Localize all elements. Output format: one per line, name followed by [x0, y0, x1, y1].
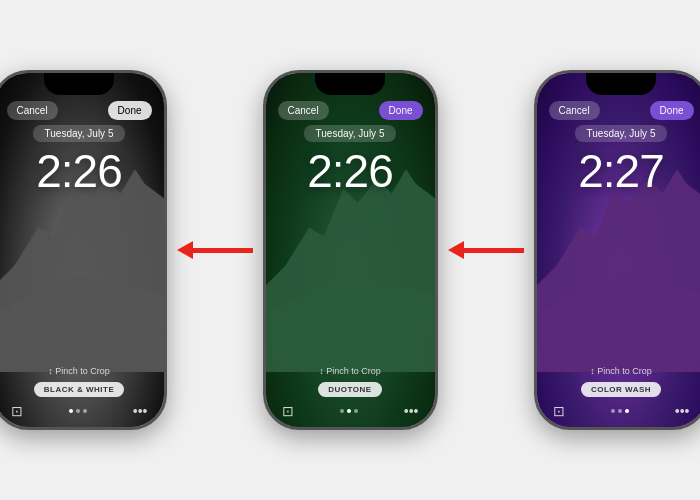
date-label-1: Tuesday, July 5	[33, 125, 126, 142]
more-icon-3[interactable]: •••	[675, 403, 690, 419]
phone-2: Cancel Done Tuesday, July 5 2:26	[263, 70, 438, 430]
dot-8	[618, 409, 622, 413]
notch-3	[586, 73, 656, 95]
phone-wrapper-3: Cancel Done Tuesday, July 5 2:27	[534, 70, 701, 430]
done-button-3[interactable]: Done	[650, 101, 694, 120]
lock-content-3: Tuesday, July 5 2:27	[537, 123, 701, 197]
pinch-label-2: ↕ Pinch to Crop	[319, 366, 381, 376]
more-icon-2[interactable]: •••	[404, 403, 419, 419]
filter-badge-3: COLOR WASH	[581, 382, 661, 397]
phone-3: Cancel Done Tuesday, July 5 2:27	[534, 70, 701, 430]
notch-1	[44, 73, 114, 95]
bottom-area-3: ↕ Pinch to Crop COLOR WASH ⊡ •••	[537, 358, 701, 427]
pagination-dots-3	[611, 409, 629, 413]
arrow-line-1	[193, 248, 253, 253]
bottom-area-1: ↕ Pinch to Crop BLACK & WHITE ⊡ •••	[0, 358, 164, 427]
date-label-3: Tuesday, July 5	[575, 125, 668, 142]
bottom-area-2: ↕ Pinch to Crop DUOTONE ⊡ •••	[266, 358, 435, 427]
phone-1: Cancel Done Tuesday, July 5 2:26	[0, 70, 167, 430]
red-arrow-1	[177, 241, 253, 259]
cancel-button-2[interactable]: Cancel	[278, 101, 329, 120]
phone-screen-3: Cancel Done Tuesday, July 5 2:27	[537, 73, 701, 427]
done-button-2[interactable]: Done	[379, 101, 423, 120]
top-bar-1: Cancel Done	[0, 101, 164, 120]
top-bar-3: Cancel Done	[537, 101, 701, 120]
red-arrow-2	[448, 241, 524, 259]
dot-5	[347, 409, 351, 413]
dot-9	[625, 409, 629, 413]
pagination-dots-1	[69, 409, 87, 413]
dot-7	[611, 409, 615, 413]
more-icon-1[interactable]: •••	[133, 403, 148, 419]
gallery-icon-1[interactable]: ⊡	[11, 403, 23, 419]
arrow-line-2	[464, 248, 524, 253]
pagination-dots-2	[340, 409, 358, 413]
dot-1	[69, 409, 73, 413]
phone-wrapper-1: Cancel Done Tuesday, July 5 2:26	[0, 70, 167, 430]
bottom-icons-1: ⊡ •••	[7, 403, 152, 419]
dot-3	[83, 409, 87, 413]
phone-screen-2: Cancel Done Tuesday, July 5 2:26	[266, 73, 435, 427]
phone-wrapper-2: Cancel Done Tuesday, July 5 2:26	[263, 70, 438, 430]
arrow-1-container	[177, 241, 253, 259]
time-display-1: 2:26	[0, 146, 164, 197]
filter-badge-2: DUOTONE	[318, 382, 381, 397]
pinch-label-3: ↕ Pinch to Crop	[590, 366, 652, 376]
gallery-icon-3[interactable]: ⊡	[553, 403, 565, 419]
dot-4	[340, 409, 344, 413]
lock-content-1: Tuesday, July 5 2:26	[0, 123, 164, 197]
time-display-3: 2:27	[537, 146, 701, 197]
phone-screen-1: Cancel Done Tuesday, July 5 2:26	[0, 73, 164, 427]
done-button-1[interactable]: Done	[108, 101, 152, 120]
notch-2	[315, 73, 385, 95]
gallery-icon-2[interactable]: ⊡	[282, 403, 294, 419]
arrow-head-2	[448, 241, 464, 259]
time-display-2: 2:26	[266, 146, 435, 197]
filter-badge-1: BLACK & WHITE	[34, 382, 125, 397]
bottom-icons-3: ⊡ •••	[549, 403, 694, 419]
arrow-head-1	[177, 241, 193, 259]
top-bar-2: Cancel Done	[266, 101, 435, 120]
cancel-button-1[interactable]: Cancel	[7, 101, 58, 120]
pinch-label-1: ↕ Pinch to Crop	[48, 366, 110, 376]
bottom-icons-2: ⊡ •••	[278, 403, 423, 419]
date-label-2: Tuesday, July 5	[304, 125, 397, 142]
arrow-2-container	[448, 241, 524, 259]
dot-6	[354, 409, 358, 413]
cancel-button-3[interactable]: Cancel	[549, 101, 600, 120]
dot-2	[76, 409, 80, 413]
lock-content-2: Tuesday, July 5 2:26	[266, 123, 435, 197]
